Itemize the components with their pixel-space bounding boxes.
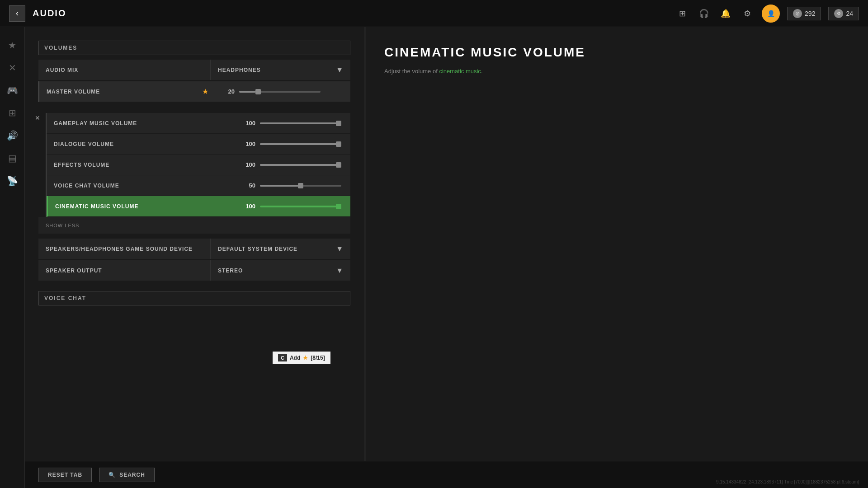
dialogue-volume-label: DIALOGUE VOLUME xyxy=(47,141,233,147)
show-less-row[interactable]: SHOW LESS xyxy=(38,217,350,234)
voice-chat-thumb[interactable] xyxy=(298,183,303,188)
back-button[interactable]: ‹ xyxy=(9,5,25,22)
page-title: AUDIO xyxy=(33,8,66,19)
master-volume-row[interactable]: MASTER VOLUME ★ 20 xyxy=(38,81,350,102)
sidebar-item-display[interactable]: ▤ xyxy=(3,149,21,167)
search-icon: 🔍 xyxy=(108,472,116,478)
cinematic-music-fill xyxy=(260,206,341,207)
speakers-row[interactable]: SPEAKERS/HEADPHONES GAME SOUND DEVICE DE… xyxy=(38,239,350,259)
dialogue-volume-slider[interactable] xyxy=(260,134,350,154)
cinematic-music-thumb[interactable] xyxy=(336,204,341,209)
nav-right: ⊞ 🎧 🔔 ⚙ 👤 ◎ 292 ⚙ 24 xyxy=(675,5,859,23)
volumes-section-header: VOLUMES xyxy=(38,41,350,55)
bell-icon[interactable]: 🔔 xyxy=(718,6,733,21)
effects-volume-fill xyxy=(260,164,341,166)
master-volume-thumb[interactable] xyxy=(255,89,261,94)
cinematic-music-track xyxy=(260,206,341,207)
master-volume-fill xyxy=(239,91,255,93)
currency2-value: 24 xyxy=(846,10,853,17)
gameplay-music-slider[interactable] xyxy=(260,113,350,133)
effects-volume-track xyxy=(260,164,341,166)
speaker-output-label: SPEAKER OUTPUT xyxy=(38,267,210,274)
left-sidebar: ★ ✕ 🎮 ⊞ 🔊 ▤ 📡 xyxy=(0,27,25,488)
gameplay-music-track xyxy=(260,122,341,124)
sidebar-item-controller[interactable]: 🎮 xyxy=(3,81,21,99)
sidebar-item-hud[interactable]: ⊞ xyxy=(3,104,21,122)
grid-icon[interactable]: ⊞ xyxy=(675,6,689,21)
currency1-badge: ◎ 292 xyxy=(787,7,821,20)
detail-desc-prefix: Adjust the volume of xyxy=(384,68,439,75)
search-button[interactable]: 🔍 SEARCH xyxy=(99,468,155,482)
speaker-output-row[interactable]: SPEAKER OUTPUT STEREO ▼ xyxy=(38,260,350,281)
voice-chat-volume-label: VOICE CHAT VOLUME xyxy=(47,183,233,189)
currency1-icon: ◎ xyxy=(793,9,802,18)
effects-volume-row[interactable]: EFFECTS VOLUME 100 xyxy=(47,155,350,175)
speaker-output-arrow-icon: ▼ xyxy=(336,267,343,275)
tooltip-key: C xyxy=(278,354,287,361)
add-favorite-tooltip[interactable]: C Add ★ [8/15] xyxy=(273,352,330,364)
audio-mix-value: HEADPHONES xyxy=(218,67,261,73)
voice-chat-fill xyxy=(260,185,301,187)
reset-tab-button[interactable]: RESET TAB xyxy=(38,468,92,482)
speakers-dropdown-arrow-icon: ▼ xyxy=(336,245,343,253)
audio-mix-label: AUDIO MIX xyxy=(38,67,210,73)
headphones-icon[interactable]: 🎧 xyxy=(697,6,711,21)
effects-volume-value: 100 xyxy=(233,161,260,168)
speaker-output-dropdown[interactable]: STEREO ▼ xyxy=(210,260,350,281)
effects-volume-label: EFFECTS VOLUME xyxy=(47,162,233,168)
cinematic-music-row[interactable]: CINEMATIC MUSIC VOLUME 100 xyxy=(47,196,350,217)
master-volume-star-icon: ★ xyxy=(202,87,208,96)
master-volume-track xyxy=(239,91,321,93)
voice-chat-track xyxy=(260,185,341,187)
detail-desc-link[interactable]: cinematic music xyxy=(439,68,481,75)
dialogue-volume-row[interactable]: DIALOGUE VOLUME 100 xyxy=(47,134,350,155)
currency1-value: 292 xyxy=(805,10,815,17)
gameplay-music-fill xyxy=(260,122,341,124)
effects-volume-thumb[interactable] xyxy=(336,162,341,168)
gameplay-music-label: GAMEPLAY MUSIC VOLUME xyxy=(47,120,233,127)
dialogue-volume-track xyxy=(260,143,341,145)
sub-items-container: GAMEPLAY MUSIC VOLUME 100 DIALOGUE VOLUM… xyxy=(46,113,350,217)
dialogue-volume-fill xyxy=(260,143,341,145)
speaker-output-value: STEREO xyxy=(218,267,243,274)
master-volume-label: MASTER VOLUME xyxy=(39,89,202,95)
audio-mix-dropdown[interactable]: HEADPHONES ▼ xyxy=(210,60,350,80)
cinematic-music-slider[interactable] xyxy=(260,196,350,216)
speakers-label: SPEAKERS/HEADPHONES GAME SOUND DEVICE xyxy=(38,246,210,252)
detail-description: Adjust the volume of cinematic music. xyxy=(384,67,850,76)
dialogue-volume-thumb[interactable] xyxy=(336,141,341,147)
audio-mix-row[interactable]: AUDIO MIX HEADPHONES ▼ xyxy=(38,60,350,80)
detail-desc-suffix: . xyxy=(481,68,483,75)
avatar[interactable]: 👤 xyxy=(762,5,780,23)
sidebar-item-network[interactable]: 📡 xyxy=(3,172,21,190)
dropdown-arrow-icon: ▼ xyxy=(336,66,343,74)
settings-icon[interactable]: ⚙ xyxy=(740,6,755,21)
sidebar-item-close[interactable]: ✕ xyxy=(3,59,21,77)
detail-title: CINEMATIC MUSIC VOLUME xyxy=(384,45,850,60)
master-volume-value: 20 xyxy=(212,88,239,95)
tooltip-add-label: Add xyxy=(290,355,300,361)
main-content: VOLUMES AUDIO MIX HEADPHONES ▼ MASTER VO… xyxy=(25,27,868,488)
sidebar-item-audio[interactable]: 🔊 xyxy=(3,127,21,145)
tooltip-count: [8/15] xyxy=(311,355,325,361)
collapse-button[interactable]: ✕ xyxy=(32,113,43,123)
currency2-icon: ⚙ xyxy=(834,9,843,18)
sidebar-item-favorites[interactable]: ★ xyxy=(3,36,21,54)
speakers-value: DEFAULT SYSTEM DEVICE xyxy=(218,246,297,252)
gameplay-music-thumb[interactable] xyxy=(336,121,341,126)
gameplay-music-value: 100 xyxy=(233,120,260,127)
right-panel: CINEMATIC MUSIC VOLUME Adjust the volume… xyxy=(366,27,868,488)
cinematic-music-label: CINEMATIC MUSIC VOLUME xyxy=(48,203,233,210)
voice-chat-slider[interactable] xyxy=(260,175,350,196)
currency2-badge: ⚙ 24 xyxy=(828,7,859,20)
effects-volume-slider[interactable] xyxy=(260,155,350,175)
voice-chat-volume-value: 50 xyxy=(233,182,260,189)
top-navigation: ‹ AUDIO ⊞ 🎧 🔔 ⚙ 👤 ◎ 292 ⚙ 24 xyxy=(0,0,868,27)
search-label: SEARCH xyxy=(119,472,145,478)
master-volume-slider[interactable] xyxy=(239,81,330,102)
gameplay-music-row[interactable]: GAMEPLAY MUSIC VOLUME 100 xyxy=(47,113,350,134)
voice-chat-section-header: VOICE CHAT xyxy=(38,291,350,305)
voice-chat-volume-row[interactable]: VOICE CHAT VOLUME 50 C Add ★ [8/15] xyxy=(47,175,350,196)
speakers-dropdown[interactable]: DEFAULT SYSTEM DEVICE ▼ xyxy=(210,239,350,259)
version-text: 9.15.14334822 [24:123:1893+11] Tmc [7000… xyxy=(716,479,859,484)
